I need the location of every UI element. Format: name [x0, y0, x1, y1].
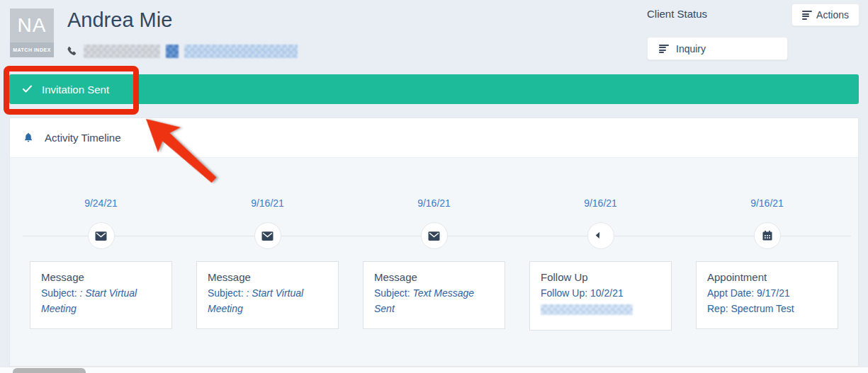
- timeline-card[interactable]: Follow Up Follow Up: 10/2/21: [529, 261, 672, 331]
- timeline-entry: 9/16/21 Message Subject: Text Message: [363, 197, 505, 331]
- timeline-card-title: Appointment: [707, 270, 827, 285]
- timeline-card[interactable]: Message Subject: : Start Virtual Meeting: [30, 261, 172, 329]
- reply-icon: [587, 222, 614, 249]
- menu-lines-icon: [802, 11, 809, 19]
- inquiry-button-label: Inquiry: [676, 43, 706, 54]
- timeline-card-detail: Subject: Text Message Sent: [374, 285, 494, 316]
- timeline-card-detail: Appt Date: 9/17/21: [707, 285, 827, 301]
- timeline-card-title: Message: [208, 270, 327, 285]
- horizontal-scrollbar-thumb[interactable]: [13, 368, 86, 373]
- contact-row: [66, 44, 298, 58]
- timeline-card-lines: Appt Date: 9/17/21Rep: Spectrum Test: [707, 285, 827, 316]
- timeline-card-lines: Subject: : Start Virtual Meeting: [41, 285, 161, 316]
- timeline-card-lines: Subject: : Start Virtual Meeting: [208, 285, 327, 316]
- invitation-sent-banner: Invitation Sent: [9, 74, 859, 104]
- actions-button[interactable]: Actions: [791, 4, 859, 26]
- actions-button-label: Actions: [816, 9, 849, 21]
- envelope-icon: [421, 222, 448, 249]
- checkmark-icon: [22, 85, 33, 93]
- timeline-card-detail: Rep: Spectrum Test: [707, 301, 827, 316]
- redacted-email: [184, 45, 298, 58]
- client-profile-page: { "header": { "avatar_initials": "NA", "…: [0, 0, 868, 373]
- timeline-entry-date: 9/16/21: [251, 197, 284, 210]
- avatar-initials: NA: [10, 8, 54, 42]
- bell-icon: [23, 132, 34, 144]
- envelope-icon: [88, 222, 115, 249]
- timeline-card[interactable]: Message Subject: Text Message Sent: [363, 261, 505, 329]
- activity-timeline-header: Activity Timeline: [10, 118, 858, 158]
- envelope-icon: [254, 222, 281, 249]
- redacted-phone-number: [84, 45, 160, 58]
- timeline-entry-date: 9/24/21: [84, 197, 118, 210]
- timeline-card[interactable]: Appointment Appt Date: 9/17/21Rep: Spect…: [696, 261, 838, 329]
- inquiry-status-button[interactable]: Inquiry: [647, 37, 788, 60]
- timeline-card-title: Follow Up: [541, 270, 660, 285]
- redacted-text: [541, 304, 633, 315]
- timeline-entry: 9/16/21 Follow Up Follow Up: 10/2/21: [529, 197, 672, 331]
- page-title: Andrea Mie: [67, 8, 172, 32]
- timeline-card-detail: Subject: : Start Virtual Meeting: [208, 285, 327, 316]
- avatar: NA MATCH INDEX: [10, 8, 54, 57]
- banner-label: Invitation Sent: [42, 84, 109, 96]
- timeline-entries: 9/24/21 Message Subject: : Start Virt: [10, 197, 858, 331]
- timeline-entry: 9/16/21 Message Subject: : Start Virt: [196, 197, 339, 331]
- timeline-card-title: Message: [374, 270, 494, 285]
- timeline-card-lines: Subject: Text Message Sent: [374, 285, 494, 316]
- phone-icon: [66, 45, 78, 57]
- timeline-card[interactable]: Message Subject: : Start Virtual Meeting: [196, 261, 339, 329]
- timeline-area: 9/24/21 Message Subject: : Start Virt: [10, 158, 858, 366]
- client-status-label: Client Status: [647, 8, 707, 20]
- timeline-entry: 9/24/21 Message Subject: : Start Virt: [30, 197, 172, 331]
- redacted-contact-icon: [166, 45, 179, 58]
- timeline-card-detail: Subject: : Start Virtual Meeting: [41, 285, 161, 316]
- menu-lines-icon: [659, 45, 669, 53]
- timeline-card-title: Message: [41, 270, 161, 285]
- panel-title: Activity Timeline: [45, 132, 121, 144]
- calendar-icon: [754, 222, 781, 249]
- timeline-entry-date: 9/16/21: [417, 197, 451, 210]
- timeline-card-detail: Follow Up: 10/2/21: [541, 285, 660, 301]
- bottom-bar: [0, 367, 868, 373]
- timeline-entry-date: 9/16/21: [584, 197, 617, 210]
- activity-timeline-panel: Activity Timeline 9/24/21: [9, 117, 859, 367]
- timeline-card-lines: Follow Up: 10/2/21: [541, 285, 660, 318]
- match-index-badge: MATCH INDEX: [10, 42, 54, 57]
- timeline-entry-date: 9/16/21: [750, 197, 784, 210]
- timeline-entry: 9/16/21 Appointment Appt Date: 9/17/2: [696, 197, 838, 331]
